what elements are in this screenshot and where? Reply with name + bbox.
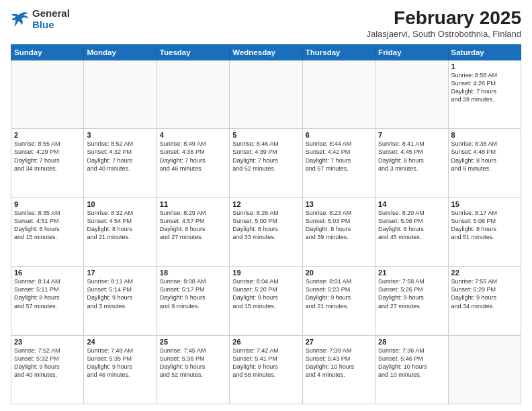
calendar-cell: 10Sunrise: 8:32 AM Sunset: 4:54 PM Dayli… bbox=[84, 197, 157, 266]
calendar-day-header: Thursday bbox=[302, 44, 375, 60]
day-number: 28 bbox=[378, 338, 445, 346]
calendar-cell: 4Sunrise: 8:49 AM Sunset: 4:36 PM Daylig… bbox=[157, 129, 229, 197]
day-number: 25 bbox=[160, 338, 226, 346]
day-number: 27 bbox=[306, 338, 372, 346]
day-number: 21 bbox=[378, 269, 445, 277]
calendar-day-header: Saturday bbox=[448, 44, 521, 60]
calendar-cell: 13Sunrise: 8:23 AM Sunset: 5:03 PM Dayli… bbox=[302, 197, 375, 266]
day-number: 23 bbox=[14, 338, 81, 346]
cell-info: Sunrise: 8:11 AM Sunset: 5:14 PM Dayligh… bbox=[87, 277, 153, 310]
day-number: 1 bbox=[451, 62, 518, 71]
day-number: 24 bbox=[87, 338, 153, 346]
calendar-cell: 28Sunrise: 7:36 AM Sunset: 5:46 PM Dayli… bbox=[375, 335, 448, 404]
day-number: 10 bbox=[87, 200, 153, 208]
calendar-cell: 26Sunrise: 7:42 AM Sunset: 5:41 PM Dayli… bbox=[230, 335, 302, 404]
calendar-cell bbox=[84, 60, 157, 128]
calendar-cell: 15Sunrise: 8:17 AM Sunset: 5:08 PM Dayli… bbox=[448, 197, 521, 266]
calendar-cell: 9Sunrise: 8:35 AM Sunset: 4:51 PM Daylig… bbox=[11, 197, 84, 266]
day-number: 8 bbox=[451, 131, 518, 139]
cell-info: Sunrise: 8:52 AM Sunset: 4:32 PM Dayligh… bbox=[87, 140, 153, 173]
calendar-cell: 24Sunrise: 7:49 AM Sunset: 5:35 PM Dayli… bbox=[84, 335, 157, 404]
cell-info: Sunrise: 8:20 AM Sunset: 5:06 PM Dayligh… bbox=[378, 209, 445, 242]
cell-info: Sunrise: 8:01 AM Sunset: 5:23 PM Dayligh… bbox=[306, 277, 372, 310]
cell-info: Sunrise: 8:38 AM Sunset: 4:48 PM Dayligh… bbox=[451, 140, 518, 173]
day-number: 2 bbox=[14, 131, 81, 139]
cell-info: Sunrise: 8:17 AM Sunset: 5:08 PM Dayligh… bbox=[451, 209, 518, 242]
day-number: 18 bbox=[160, 269, 226, 277]
day-number: 22 bbox=[451, 269, 518, 277]
day-number: 4 bbox=[160, 131, 226, 139]
calendar-cell: 14Sunrise: 8:20 AM Sunset: 5:06 PM Dayli… bbox=[375, 197, 448, 266]
day-number: 13 bbox=[306, 200, 372, 208]
day-number: 17 bbox=[87, 269, 153, 277]
day-number: 6 bbox=[306, 131, 372, 139]
calendar-cell bbox=[11, 60, 84, 128]
calendar-cell: 20Sunrise: 8:01 AM Sunset: 5:23 PM Dayli… bbox=[302, 267, 375, 335]
calendar-day-header: Monday bbox=[84, 44, 157, 60]
day-number: 9 bbox=[14, 200, 81, 208]
day-number: 12 bbox=[232, 200, 299, 208]
calendar-cell: 22Sunrise: 7:55 AM Sunset: 5:29 PM Dayli… bbox=[448, 267, 521, 335]
cell-info: Sunrise: 8:46 AM Sunset: 4:39 PM Dayligh… bbox=[232, 140, 299, 173]
calendar-week-row: 23Sunrise: 7:52 AM Sunset: 5:32 PM Dayli… bbox=[11, 335, 521, 404]
calendar-week-row: 1Sunrise: 8:58 AM Sunset: 4:26 PM Daylig… bbox=[11, 60, 521, 128]
cell-info: Sunrise: 8:08 AM Sunset: 5:17 PM Dayligh… bbox=[160, 277, 226, 310]
cell-info: Sunrise: 7:39 AM Sunset: 5:43 PM Dayligh… bbox=[306, 347, 372, 379]
calendar-day-header: Friday bbox=[375, 44, 448, 60]
calendar-cell: 27Sunrise: 7:39 AM Sunset: 5:43 PM Dayli… bbox=[302, 335, 375, 404]
cell-info: Sunrise: 7:58 AM Sunset: 5:26 PM Dayligh… bbox=[378, 277, 445, 310]
cell-info: Sunrise: 7:42 AM Sunset: 5:41 PM Dayligh… bbox=[232, 347, 299, 379]
day-number: 16 bbox=[14, 269, 81, 277]
calendar-cell: 19Sunrise: 8:04 AM Sunset: 5:20 PM Dayli… bbox=[230, 267, 302, 335]
cell-info: Sunrise: 8:58 AM Sunset: 4:26 PM Dayligh… bbox=[451, 71, 518, 104]
calendar-header-row: SundayMondayTuesdayWednesdayThursdayFrid… bbox=[11, 44, 521, 60]
calendar-week-row: 16Sunrise: 8:14 AM Sunset: 5:11 PM Dayli… bbox=[11, 267, 521, 335]
cell-info: Sunrise: 8:29 AM Sunset: 4:57 PM Dayligh… bbox=[160, 209, 226, 242]
calendar-day-header: Tuesday bbox=[157, 44, 229, 60]
calendar-cell bbox=[157, 60, 229, 128]
calendar-week-row: 2Sunrise: 8:55 AM Sunset: 4:29 PM Daylig… bbox=[11, 129, 521, 197]
calendar-cell: 21Sunrise: 7:58 AM Sunset: 5:26 PM Dayli… bbox=[375, 267, 448, 335]
calendar-cell: 25Sunrise: 7:45 AM Sunset: 5:38 PM Dayli… bbox=[157, 335, 229, 404]
calendar-cell bbox=[375, 60, 448, 128]
calendar-cell: 16Sunrise: 8:14 AM Sunset: 5:11 PM Dayli… bbox=[11, 267, 84, 335]
day-number: 15 bbox=[451, 200, 518, 208]
calendar-cell bbox=[448, 335, 521, 404]
cell-info: Sunrise: 8:23 AM Sunset: 5:03 PM Dayligh… bbox=[306, 209, 372, 242]
month-year: February 2025 bbox=[366, 8, 521, 29]
logo: General Blue bbox=[11, 8, 70, 30]
day-number: 26 bbox=[232, 338, 299, 346]
logo-text: General Blue bbox=[32, 8, 70, 30]
day-number: 11 bbox=[160, 200, 226, 208]
cell-info: Sunrise: 8:55 AM Sunset: 4:29 PM Dayligh… bbox=[14, 140, 81, 173]
calendar-day-header: Wednesday bbox=[230, 44, 302, 60]
calendar-cell: 7Sunrise: 8:41 AM Sunset: 4:45 PM Daylig… bbox=[375, 129, 448, 197]
cell-info: Sunrise: 8:26 AM Sunset: 5:00 PM Dayligh… bbox=[232, 209, 299, 242]
calendar-cell: 3Sunrise: 8:52 AM Sunset: 4:32 PM Daylig… bbox=[84, 129, 157, 197]
calendar-cell: 12Sunrise: 8:26 AM Sunset: 5:00 PM Dayli… bbox=[230, 197, 302, 266]
title-block: February 2025 Jalasjaervi, South Ostrobo… bbox=[366, 8, 521, 39]
calendar-cell: 5Sunrise: 8:46 AM Sunset: 4:39 PM Daylig… bbox=[230, 129, 302, 197]
cell-info: Sunrise: 7:55 AM Sunset: 5:29 PM Dayligh… bbox=[451, 277, 518, 310]
calendar-cell: 2Sunrise: 8:55 AM Sunset: 4:29 PM Daylig… bbox=[11, 129, 84, 197]
header: General Blue February 2025 Jalasjaervi, … bbox=[11, 8, 521, 39]
cell-info: Sunrise: 7:52 AM Sunset: 5:32 PM Dayligh… bbox=[14, 347, 81, 379]
cell-info: Sunrise: 8:49 AM Sunset: 4:36 PM Dayligh… bbox=[160, 140, 226, 173]
calendar-cell: 8Sunrise: 8:38 AM Sunset: 4:48 PM Daylig… bbox=[448, 129, 521, 197]
cell-info: Sunrise: 8:04 AM Sunset: 5:20 PM Dayligh… bbox=[232, 277, 299, 310]
page: General Blue February 2025 Jalasjaervi, … bbox=[0, 0, 532, 411]
cell-info: Sunrise: 8:41 AM Sunset: 4:45 PM Dayligh… bbox=[378, 140, 445, 173]
calendar-cell bbox=[302, 60, 375, 128]
calendar-cell: 17Sunrise: 8:11 AM Sunset: 5:14 PM Dayli… bbox=[84, 267, 157, 335]
day-number: 7 bbox=[378, 131, 445, 139]
cell-info: Sunrise: 7:45 AM Sunset: 5:38 PM Dayligh… bbox=[160, 347, 226, 379]
calendar-cell: 1Sunrise: 8:58 AM Sunset: 4:26 PM Daylig… bbox=[448, 60, 521, 128]
logo-bird-icon bbox=[11, 11, 30, 28]
cell-info: Sunrise: 8:32 AM Sunset: 4:54 PM Dayligh… bbox=[87, 209, 153, 242]
location: Jalasjaervi, South Ostrobothnia, Finland bbox=[366, 29, 521, 39]
day-number: 19 bbox=[232, 269, 299, 277]
cell-info: Sunrise: 7:49 AM Sunset: 5:35 PM Dayligh… bbox=[87, 347, 153, 379]
calendar-day-header: Sunday bbox=[11, 44, 84, 60]
day-number: 5 bbox=[232, 131, 299, 139]
day-number: 14 bbox=[378, 200, 445, 208]
